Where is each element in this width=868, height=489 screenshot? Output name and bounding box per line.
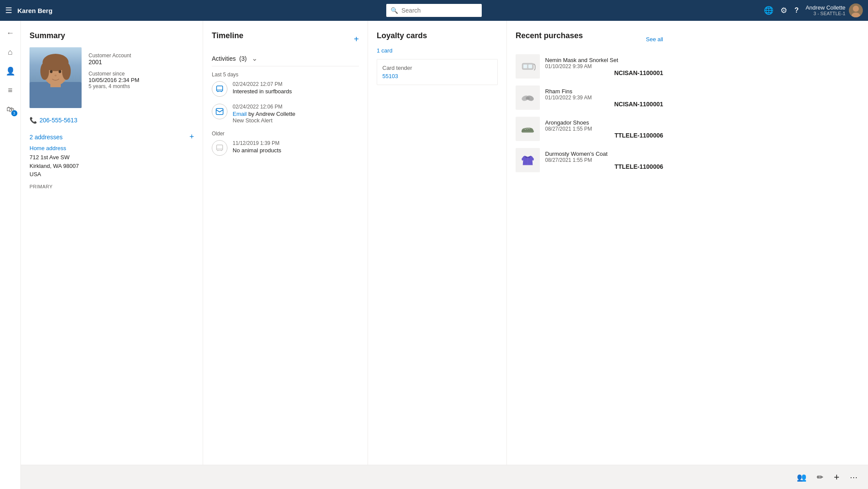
purchase-date: 01/10/2022 9:39 AM: [545, 63, 663, 69]
home-address-label[interactable]: Home address: [30, 145, 194, 151]
help-icon[interactable]: ?: [794, 7, 799, 14]
purchases-section: Recent purchases See all: [507, 21, 672, 465]
nav-icons: 🌐 ⚙ ? Andrew Collette 3 - SEATTLE-1: [764, 3, 863, 17]
timeline-title: Timeline: [212, 31, 243, 40]
purchase-item: Nemin Mask and Snorkel Set 01/10/2022 9:…: [516, 54, 663, 79]
timeline-item-date: 02/24/2022 12:07 PM: [233, 81, 359, 87]
primary-badge: PRIMARY: [30, 184, 194, 189]
timeline-item-content: 11/12/2019 1:39 PM No animal products: [233, 140, 359, 154]
phone-link[interactable]: 206-555-5613: [39, 117, 77, 124]
purchase-image-snorkel: [516, 54, 540, 79]
search-bar: 🔍: [386, 4, 482, 17]
search-icon: 🔍: [391, 7, 398, 14]
svg-rect-12: [217, 86, 223, 91]
purchase-date: 08/27/2021 1:55 PM: [545, 126, 663, 132]
main-content: Summary: [21, 21, 868, 465]
account-label: Customer Account: [89, 53, 194, 59]
phone-icon: 📞: [30, 117, 37, 124]
timeline-item: 11/12/2019 1:39 PM No animal products: [212, 140, 359, 156]
user-name-block: Andrew Collette 3 - SEATTLE-1: [806, 4, 845, 17]
sidebar-item-back[interactable]: ←: [2, 24, 19, 42]
people-icon: 👤: [6, 66, 15, 76]
customer-card: Customer Account 2001 Customer since 10/…: [30, 47, 194, 108]
add-address-button[interactable]: +: [189, 132, 194, 141]
user-display-name: Andrew Collette: [806, 4, 845, 11]
purchase-date: 01/10/2022 9:39 AM: [545, 95, 663, 101]
timeline-item-content: 02/24/2022 12:07 PM Interested in surfbo…: [233, 81, 359, 95]
address-line2: Kirkland, WA 98007: [30, 163, 79, 169]
svg-rect-28: [526, 97, 530, 100]
add-toolbar-button[interactable]: +: [834, 472, 839, 483]
since-date: 10/05/2016 2:34 PM: [89, 77, 194, 83]
older-label: Older: [212, 131, 359, 137]
purchase-name: Durmosty Women's Coat: [545, 151, 663, 157]
purchase-content: Rham Fins 01/10/2022 9:39 AM NCISAN-1100…: [545, 88, 663, 108]
settings-icon[interactable]: ⚙: [780, 6, 787, 15]
note-icon: [212, 81, 227, 97]
timeline-item: 02/24/2022 12:06 PM Email by Andrew Coll…: [212, 104, 359, 124]
hamburger-icon[interactable]: ☰: [5, 6, 12, 15]
summary-section: Summary: [21, 21, 203, 465]
timeline-item-content: 02/24/2022 12:06 PM Email by Andrew Coll…: [233, 104, 359, 124]
chevron-down-icon: ⌄: [252, 54, 257, 62]
activities-count: (3): [239, 55, 247, 62]
since-duration: 5 years, 4 months: [89, 83, 194, 89]
more-toolbar-button[interactable]: ⋯: [850, 473, 858, 482]
timeline-section: Timeline + Activities (3) ⌄ Last 5 days: [203, 21, 368, 465]
addresses-header: 2 addresses +: [30, 132, 194, 141]
email-link[interactable]: Email: [233, 111, 247, 117]
timeline-item-date: 11/12/2019 1:39 PM: [233, 140, 359, 146]
purchase-image-fins: [516, 85, 540, 110]
bottom-toolbar: 👥 ✏ + ⋯: [21, 465, 868, 489]
address-line3: USA: [30, 171, 41, 177]
sidebar: ← ⌂ 👤 ≡ 🛍 3: [0, 21, 21, 489]
purchases-header: Recent purchases See all: [516, 31, 663, 47]
since-label: Customer since: [89, 71, 194, 77]
addresses-link[interactable]: 2 addresses: [30, 134, 62, 141]
activities-row[interactable]: Activities (3) ⌄: [212, 51, 359, 66]
sidebar-item-people[interactable]: 👤: [2, 62, 19, 80]
purchase-id: TTLELE-1100006: [545, 132, 663, 139]
search-input[interactable]: [401, 7, 477, 14]
email-by: by Andrew Collette: [248, 111, 295, 117]
sidebar-item-list[interactable]: ≡: [2, 82, 19, 99]
purchase-item: Rham Fins 01/10/2022 9:39 AM NCISAN-1100…: [516, 85, 663, 110]
timeline-item-desc: Email by Andrew Collette: [233, 111, 359, 117]
svg-point-9: [50, 70, 53, 73]
svg-point-8: [62, 62, 71, 80]
bag-badge: 3: [11, 110, 17, 116]
svg-point-7: [40, 62, 49, 80]
list-icon: ≡: [8, 86, 13, 95]
user-info: Andrew Collette 3 - SEATTLE-1: [806, 3, 863, 17]
svg-rect-23: [523, 65, 527, 69]
loyalty-section: Loyalty cards 1 card Card tender 55103: [368, 21, 507, 465]
card-tender-value[interactable]: 55103: [382, 73, 492, 79]
loyalty-count[interactable]: 1 card: [377, 47, 498, 54]
see-all-link[interactable]: See all: [646, 36, 663, 43]
svg-point-10: [59, 70, 61, 73]
people-toolbar-button[interactable]: 👥: [797, 473, 806, 482]
purchases-title: Recent purchases: [516, 31, 583, 40]
edit-toolbar-button[interactable]: ✏: [817, 473, 823, 482]
card-tender-label: Card tender: [382, 65, 412, 71]
svg-rect-17: [217, 145, 223, 150]
purchase-content: Nemin Mask and Snorkel Set 01/10/2022 9:…: [545, 57, 663, 76]
home-icon: ⌂: [8, 48, 13, 57]
timeline-add-button[interactable]: +: [354, 34, 359, 44]
timeline-item: 02/24/2022 12:07 PM Interested in surfbo…: [212, 81, 359, 97]
email-icon: [212, 104, 227, 119]
globe-icon[interactable]: 🌐: [764, 6, 773, 15]
purchase-content: Arongador Shoes 08/27/2021 1:55 PM TTLEL…: [545, 119, 663, 139]
purchase-item: Arongador Shoes 08/27/2021 1:55 PM TTLEL…: [516, 117, 663, 141]
loyalty-card-row: Card tender: [382, 65, 492, 71]
timeline-header: Timeline +: [212, 31, 359, 47]
sidebar-item-home[interactable]: ⌂: [2, 43, 19, 61]
user-sub-text: 3 - SEATTLE-1: [806, 11, 845, 16]
avatar[interactable]: [849, 3, 863, 17]
timeline-item-desc: No animal products: [233, 147, 359, 154]
sidebar-item-bag[interactable]: 🛍 3: [2, 101, 19, 118]
activities-label: Activities: [212, 55, 236, 62]
purchase-name: Nemin Mask and Snorkel Set: [545, 57, 663, 63]
purchase-image-shoes: [516, 117, 540, 141]
purchase-name: Arongador Shoes: [545, 119, 663, 126]
